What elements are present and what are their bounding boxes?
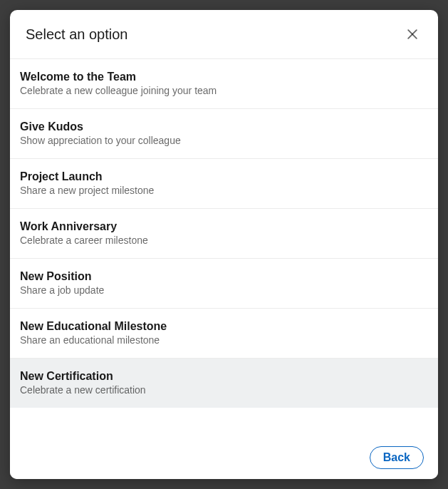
modal-footer: Back (10, 438, 438, 479)
option-desc: Celebrate a career milestone (20, 235, 428, 246)
option-title: Work Anniversary (20, 220, 428, 233)
modal-title: Select an option (26, 26, 127, 43)
option-desc: Share a new project milestone (20, 185, 428, 196)
option-desc: Celebrate a new colleague joining your t… (20, 85, 428, 96)
close-button[interactable] (401, 23, 424, 46)
option-desc: Show appreciation to your colleague (20, 135, 428, 146)
option-desc: Celebrate a new certification (20, 384, 428, 396)
option-title: New Educational Milestone (20, 320, 428, 333)
option-new-certification[interactable]: New Certification Celebrate a new certif… (10, 359, 438, 408)
option-new-position[interactable]: New Position Share a job update (10, 259, 438, 309)
option-give-kudos[interactable]: Give Kudos Show appreciation to your col… (10, 109, 438, 159)
close-icon (405, 27, 420, 41)
option-work-anniversary[interactable]: Work Anniversary Celebrate a career mile… (10, 209, 438, 259)
option-title: New Certification (20, 370, 428, 383)
option-new-educational-milestone[interactable]: New Educational Milestone Share an educa… (10, 309, 438, 359)
options-list: Welcome to the Team Celebrate a new coll… (10, 59, 438, 438)
option-project-launch[interactable]: Project Launch Share a new project miles… (10, 159, 438, 209)
option-desc: Share a job update (20, 284, 428, 296)
option-title: New Position (20, 270, 428, 283)
option-title: Welcome to the Team (20, 71, 428, 83)
select-option-modal: Select an option Welcome to the Team Cel… (10, 10, 438, 479)
option-title: Project Launch (20, 170, 428, 183)
option-title: Give Kudos (20, 120, 428, 133)
modal-header: Select an option (10, 10, 438, 59)
option-desc: Share an educational milestone (20, 334, 428, 346)
back-button[interactable]: Back (370, 446, 424, 469)
option-welcome-to-team[interactable]: Welcome to the Team Celebrate a new coll… (10, 59, 438, 109)
